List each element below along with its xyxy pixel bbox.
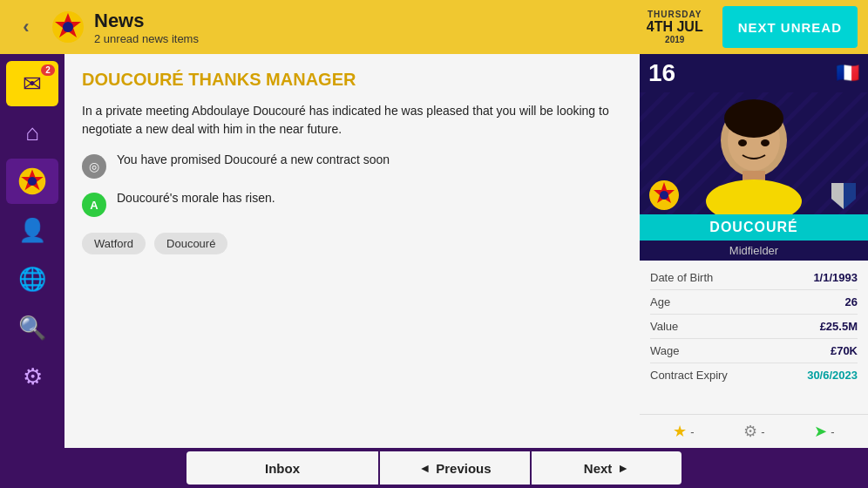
- club-logo: [51, 10, 85, 44]
- stat-age-label: Age: [650, 295, 670, 308]
- tag-doucoure[interactable]: Doucouré: [154, 233, 227, 254]
- stat-contract: Contract Expiry 30/6/2023: [650, 363, 858, 387]
- stat-value-value: £25.5M: [820, 320, 858, 333]
- news-item-2: A Doucouré's morale has risen.: [82, 191, 622, 217]
- tag-watford[interactable]: Watford: [82, 233, 146, 254]
- home-icon: ⌂: [25, 119, 39, 146]
- player-name-bar: DOUCOURÉ: [640, 214, 868, 241]
- player-position: Midfielder: [640, 241, 868, 261]
- sidebar-item-globe[interactable]: 🌐: [6, 256, 58, 302]
- person-icon: 👤: [18, 217, 46, 244]
- stat-age: Age 26: [650, 290, 858, 315]
- next-button[interactable]: Next ►: [532, 451, 682, 485]
- header-subtitle: 2 unread news items: [94, 32, 636, 45]
- svg-point-11: [724, 99, 783, 138]
- globe-icon: 🌐: [18, 266, 46, 293]
- svg-point-2: [63, 22, 73, 32]
- next-label: Next: [584, 461, 613, 476]
- svg-point-18: [660, 191, 668, 200]
- back-button[interactable]: ‹: [10, 11, 42, 43]
- header-title: News: [94, 10, 636, 32]
- svg-point-15: [761, 139, 770, 146]
- sidebar-item-home[interactable]: ⌂: [6, 110, 58, 155]
- player-actions: ★ - ⚙ - ➤ -: [640, 414, 868, 448]
- arrow-action-label: -: [831, 425, 834, 438]
- sidebar-item-inbox[interactable]: ✉ 2: [6, 61, 58, 106]
- stat-wage: Wage £70K: [650, 339, 858, 363]
- stat-value-label: Value: [650, 320, 678, 333]
- search-icon: 🔍: [18, 315, 46, 342]
- player-number: 16: [648, 59, 675, 87]
- arrow-action-button[interactable]: ➤ -: [814, 422, 834, 441]
- player-panel: 16 🇫🇷: [640, 54, 868, 448]
- gear-action-label: -: [761, 425, 764, 438]
- player-photo-area: [640, 92, 868, 214]
- previous-button[interactable]: ◄ Previous: [380, 451, 530, 485]
- watford-crest-icon: [17, 166, 47, 196]
- star-action-label: -: [690, 425, 694, 438]
- sidebar-item-settings[interactable]: ⚙: [6, 354, 58, 399]
- gear-action-button[interactable]: ⚙ -: [743, 422, 764, 441]
- news-item-2-text: Doucouré's morale has risen.: [117, 191, 275, 205]
- stat-age-value: 26: [845, 295, 858, 308]
- player-portrait: [640, 92, 868, 214]
- prev-chevron-icon: ◄: [418, 461, 431, 475]
- arrow-action-icon: ➤: [814, 422, 827, 441]
- date-day: THURSDAY: [647, 10, 703, 19]
- svg-point-5: [28, 177, 37, 186]
- header-title-group: News 2 unread news items: [94, 10, 636, 45]
- promise-icon: ◎: [82, 154, 106, 179]
- date-year: 2019: [647, 35, 703, 44]
- footer: Inbox ◄ Previous Next ►: [0, 448, 868, 488]
- inbox-button[interactable]: Inbox: [186, 451, 378, 485]
- header: ‹ News 2 unread news items THURSDAY 4TH …: [0, 0, 868, 54]
- stat-dob-value: 1/1/1993: [813, 271, 858, 284]
- stat-wage-value: £70K: [831, 344, 858, 357]
- player-flag: 🇫🇷: [836, 62, 859, 85]
- star-action-button[interactable]: ★ -: [673, 422, 694, 441]
- stat-dob-label: Date of Birth: [650, 271, 713, 284]
- next-unread-button[interactable]: NEXT UNREAD: [722, 6, 858, 48]
- stat-wage-label: Wage: [650, 344, 679, 357]
- inbox-badge: 2: [41, 64, 55, 76]
- star-icon: ★: [673, 422, 687, 441]
- sidebar-item-person[interactable]: 👤: [6, 207, 58, 253]
- stat-contract-value: 30/6/2023: [807, 369, 858, 382]
- inbox-icon: ✉: [23, 71, 42, 98]
- settings-icon: ⚙: [23, 363, 43, 390]
- date-main: 4TH JUL: [647, 19, 703, 35]
- news-item-1-text: You have promised Doucouré a new contrac…: [117, 152, 390, 166]
- player-stats: Date of Birth 1/1/1993 Age 26 Value £25.…: [640, 261, 868, 414]
- gear-action-icon: ⚙: [743, 422, 757, 441]
- news-title: DOUCOURÉ THANKS MANAGER: [82, 70, 622, 90]
- date-box: THURSDAY 4TH JUL 2019: [636, 6, 714, 48]
- stat-value: Value £25.5M: [650, 315, 858, 339]
- player-number-row: 16 🇫🇷: [640, 54, 868, 92]
- next-chevron-icon: ►: [617, 461, 629, 475]
- svg-point-14: [738, 139, 747, 146]
- sidebar-item-search[interactable]: 🔍: [6, 305, 58, 350]
- news-item-1: ◎ You have promised Doucouré a new contr…: [82, 152, 622, 179]
- main-area: ✉ 2 ⌂ 👤 🌐 🔍 ⚙ DOUCOURÉ THANKS MANAGER: [0, 54, 868, 448]
- sidebar: ✉ 2 ⌂ 👤 🌐 🔍 ⚙: [0, 54, 64, 448]
- sidebar-item-club[interactable]: [6, 159, 58, 204]
- prev-label: Previous: [436, 461, 491, 476]
- tag-row: Watford Doucouré: [82, 233, 622, 254]
- morale-icon: A: [82, 193, 106, 217]
- stat-dob: Date of Birth 1/1/1993: [650, 266, 858, 290]
- news-content: DOUCOURÉ THANKS MANAGER In a private mee…: [64, 54, 640, 448]
- stat-contract-label: Contract Expiry: [650, 369, 728, 382]
- news-body: In a private meeting Abdoulaye Doucouré …: [82, 102, 622, 139]
